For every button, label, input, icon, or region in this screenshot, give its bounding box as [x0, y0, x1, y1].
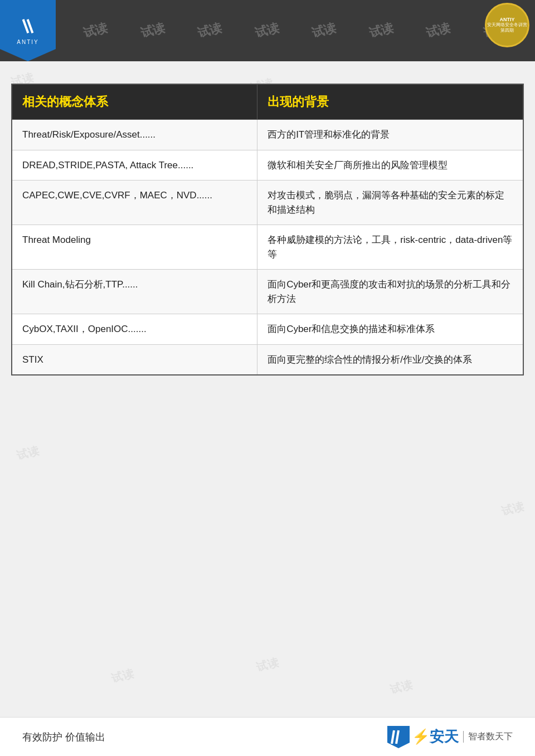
footer-sub: 智者数天下	[463, 731, 513, 743]
footer-slogan: 有效防护 价值输出	[22, 730, 105, 744]
table-row: CybOX,TAXII，OpenIOC.......面向Cyber和信息交换的描…	[12, 314, 523, 345]
table-row: CAPEC,CWE,CVE,CVRF，MAEC，NVD......对攻击模式，脆…	[12, 181, 523, 225]
table-cell-col1: CybOX,TAXII，OpenIOC.......	[12, 314, 257, 345]
logo-text: ANTIY	[17, 39, 38, 45]
table-row: DREAD,STRIDE,PASTA, Attack Tree......微软和…	[12, 150, 523, 181]
bg-wm-12: 试读	[388, 677, 414, 697]
watermark-3: 试读	[196, 19, 223, 42]
badge-text: 安天网络安全冬训营第四期	[487, 22, 528, 34]
table-cell-col2: 面向Cyber和更高强度的攻击和对抗的场景的分析工具和分析方法	[257, 270, 523, 314]
col2-header: 出现的背景	[257, 84, 523, 120]
col1-header: 相关的概念体系	[12, 84, 257, 120]
table-cell-col1: CAPEC,CWE,CVE,CVRF，MAEC，NVD......	[12, 181, 257, 225]
table-cell-col1: Threat/Risk/Exposure/Asset......	[12, 120, 257, 150]
footer-logo-icon	[387, 726, 410, 748]
table-row: Threat Modeling各种威胁建模的方法论，工具，risk-centri…	[12, 225, 523, 270]
table-cell-col2: 面向Cyber和信息交换的描述和标准体系	[257, 314, 523, 345]
table-cell-col2: 微软和相关安全厂商所推出的风险管理模型	[257, 150, 523, 181]
header-badge: ANTIY 安天网络安全冬训营第四期	[485, 3, 529, 47]
table-cell-col1: Kill Chain,钻石分析,TTP......	[12, 270, 257, 314]
bg-wm-10: 试读	[255, 655, 280, 675]
logo-block: ANTIY	[0, 0, 56, 61]
badge-antiy: ANTIY	[500, 17, 515, 22]
table-row: STIX面向更完整的综合性的情报分析/作业/交换的体系	[12, 344, 523, 375]
header: ANTIY 试读 试读 试读 试读 试读 试读 试读 试读 ANTIY 安天网络…	[0, 0, 535, 61]
watermark-5: 试读	[310, 19, 338, 42]
logo-icon	[18, 17, 38, 37]
footer-brand: ⚡安天	[412, 727, 459, 747]
bg-wm-7: 试读	[15, 443, 41, 463]
watermark-4: 试读	[253, 19, 281, 42]
watermark-1: 试读	[81, 19, 109, 42]
watermark-7: 试读	[424, 19, 452, 42]
table-cell-col1: STIX	[12, 344, 257, 375]
table-header-row: 相关的概念体系 出现的背景	[12, 84, 523, 120]
watermark-2: 试读	[139, 19, 167, 42]
header-watermarks: 试读 试读 试读 试读 试读 试读 试读 试读	[56, 0, 535, 61]
bg-wm-9: 试读	[500, 499, 526, 519]
table-cell-col1: Threat Modeling	[12, 225, 257, 270]
table-cell-col2: 西方的IT管理和标准化的背景	[257, 120, 523, 150]
table-cell-col2: 对攻击模式，脆弱点，漏洞等各种基础的安全元素的标定和描述结构	[257, 181, 523, 225]
footer: 有效防护 价值输出 ⚡安天 智者数天下	[0, 717, 535, 756]
table-cell-col2: 各种威胁建模的方法论，工具，risk-centric，data-driven等等	[257, 225, 523, 270]
table-row: Threat/Risk/Exposure/Asset......西方的IT管理和…	[12, 120, 523, 150]
footer-logo: ⚡安天 智者数天下	[387, 726, 513, 748]
watermark-6: 试读	[367, 19, 395, 42]
table-row: Kill Chain,钻石分析,TTP......面向Cyber和更高强度的攻击…	[12, 270, 523, 314]
main-content: 相关的概念体系 出现的背景 Threat/Risk/Exposure/Asset…	[11, 84, 524, 375]
table-cell-col2: 面向更完整的综合性的情报分析/作业/交换的体系	[257, 344, 523, 375]
table-cell-col1: DREAD,STRIDE,PASTA, Attack Tree......	[12, 150, 257, 181]
main-table: 相关的概念体系 出现的背景 Threat/Risk/Exposure/Asset…	[11, 84, 524, 375]
bg-wm-11: 试读	[110, 666, 135, 686]
